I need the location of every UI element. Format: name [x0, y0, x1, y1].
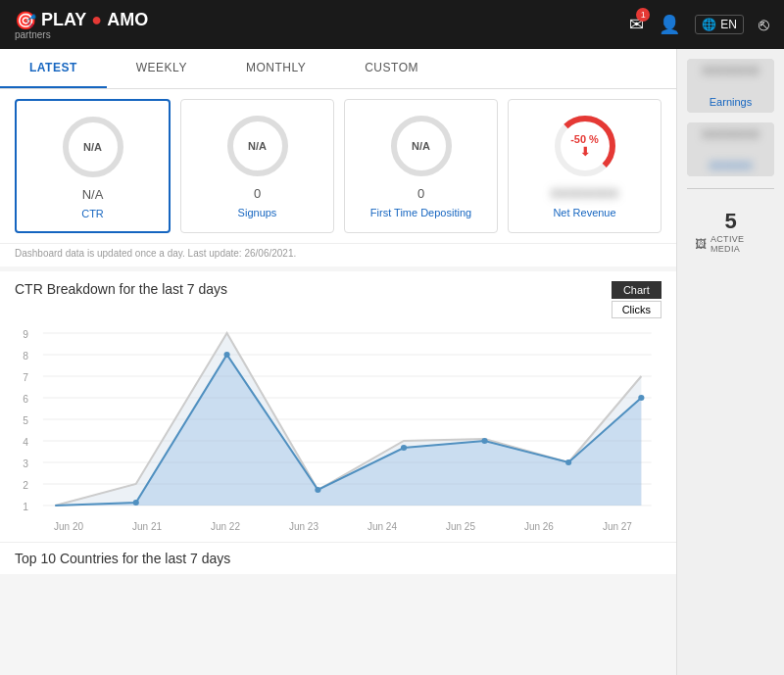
- svg-text:4: 4: [23, 437, 28, 448]
- chart-x-labels: Jun 20 Jun 21 Jun 22 Jun 23 Jun 24 Jun 2…: [15, 519, 662, 532]
- chart-title: CTR Breakdown for the last 7 days: [15, 281, 227, 297]
- ctr-donut-text: N/A: [83, 141, 102, 153]
- ctr-value: N/A: [82, 187, 104, 202]
- ftd-donut-text: N/A: [412, 140, 430, 152]
- svg-text:8: 8: [23, 351, 28, 362]
- ftd-card[interactable]: N/A 0 First Time Depositing: [344, 99, 498, 233]
- sidebar-earnings-card[interactable]: XXXXXXXX Earnings: [687, 59, 774, 113]
- mail-icon[interactable]: ✉ 1: [629, 14, 644, 35]
- language-selector[interactable]: 🌐 EN: [695, 15, 744, 34]
- active-media-card: 5 🖼 ACTIVE MEDIA: [687, 201, 774, 262]
- sidebar: XXXXXXXX Earnings XXXXXXXX XXXXXX 5 🖼 AC…: [676, 49, 784, 675]
- svg-text:7: 7: [23, 372, 28, 383]
- earnings-label: Earnings: [687, 96, 774, 108]
- signups-card[interactable]: N/A 0 Signups: [180, 99, 334, 233]
- svg-point-31: [638, 395, 644, 401]
- chart-area: 9 8 7 6 5 4 3 2 1: [15, 323, 662, 519]
- header-icons: ✉ 1 👤 🌐 EN ⎋: [629, 14, 769, 35]
- active-media-count: 5: [724, 209, 736, 234]
- ctr-card[interactable]: N/A N/A CTR: [15, 99, 171, 233]
- main-layout: LATEST WEEKLY MONTHLY CUSTOM N/A N/A CTR: [0, 49, 784, 675]
- bottom-section-title: Top 10 Countries for the last 7 days: [0, 542, 676, 574]
- ctr-label: CTR: [81, 208, 104, 219]
- net-revenue-donut-text: -50 % ⬇: [570, 133, 599, 159]
- logo: 🎯 PLAY ● AMO: [15, 10, 148, 31]
- ctr-donut: N/A: [59, 113, 127, 181]
- main-content: LATEST WEEKLY MONTHLY CUSTOM N/A N/A CTR: [0, 49, 676, 675]
- active-media-label: ACTIVE MEDIA: [710, 234, 766, 254]
- sidebar-secondary-card[interactable]: XXXXXXXX XXXXXX: [687, 122, 774, 176]
- chart-section: CTR Breakdown for the last 7 days Chart …: [0, 271, 676, 542]
- logo-sub: partners: [15, 29, 148, 40]
- signups-donut: N/A: [223, 112, 292, 180]
- dashboard-info: Dashboard data is updated once a day. La…: [0, 243, 676, 266]
- signups-donut-text: N/A: [248, 140, 267, 152]
- signups-label: Signups: [238, 207, 277, 218]
- svg-point-29: [481, 438, 487, 444]
- ftd-label: First Time Depositing: [370, 207, 471, 218]
- svg-text:5: 5: [23, 415, 28, 426]
- net-revenue-value: XXXXXXXX: [551, 186, 618, 201]
- svg-point-25: [133, 500, 139, 506]
- chart-header: CTR Breakdown for the last 7 days Chart …: [15, 281, 662, 318]
- chart-button[interactable]: Chart: [612, 281, 662, 299]
- svg-text:1: 1: [23, 502, 28, 512]
- ftd-value: 0: [417, 186, 424, 201]
- chart-svg: 9 8 7 6 5 4 3 2 1: [15, 323, 662, 519]
- active-media-row: 🖼 ACTIVE MEDIA: [695, 234, 766, 254]
- user-icon[interactable]: 👤: [659, 14, 680, 35]
- secondary-label: XXXXXX: [687, 160, 774, 171]
- logout-icon[interactable]: ⎋: [759, 15, 769, 35]
- tab-latest[interactable]: LATEST: [0, 49, 107, 88]
- clicks-button[interactable]: Clicks: [612, 301, 662, 318]
- media-icon: 🖼: [695, 237, 707, 251]
- tab-custom[interactable]: CUSTOM: [335, 49, 448, 88]
- svg-text:9: 9: [23, 329, 28, 340]
- svg-text:6: 6: [23, 394, 28, 405]
- tab-weekly[interactable]: WEEKLY: [107, 49, 217, 88]
- svg-point-26: [223, 352, 229, 358]
- stats-row: N/A N/A CTR N/A 0 Signups: [0, 89, 676, 243]
- notification-badge: 1: [636, 8, 650, 22]
- sidebar-divider: [687, 188, 774, 189]
- net-revenue-donut: -50 % ⬇: [551, 112, 619, 180]
- svg-point-27: [315, 487, 320, 493]
- net-revenue-card[interactable]: -50 % ⬇ XXXXXXXX Net Revenue: [508, 99, 662, 233]
- tab-monthly[interactable]: MONTHLY: [217, 49, 335, 88]
- ftd-donut: N/A: [387, 112, 456, 180]
- logo-icon: 🎯: [15, 10, 36, 31]
- svg-point-30: [565, 459, 571, 465]
- net-revenue-label: Net Revenue: [553, 207, 615, 218]
- header: 🎯 PLAY ● AMO partners ✉ 1 👤 🌐 EN ⎋: [0, 0, 784, 49]
- logo-area: 🎯 PLAY ● AMO partners: [15, 10, 148, 40]
- svg-text:3: 3: [23, 458, 28, 469]
- signups-value: 0: [254, 186, 261, 201]
- tabs-bar: LATEST WEEKLY MONTHLY CUSTOM: [0, 49, 676, 89]
- chart-controls: Chart Clicks: [612, 281, 662, 318]
- svg-text:2: 2: [23, 480, 28, 491]
- svg-point-28: [401, 445, 407, 451]
